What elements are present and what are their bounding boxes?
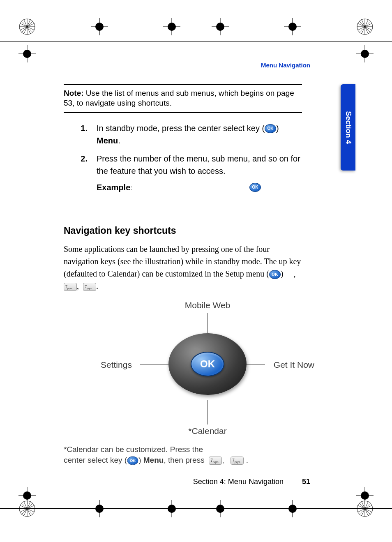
nav-pad: OK — [168, 333, 247, 395]
crop-rule-top — [0, 41, 392, 42]
reg-mark-target-icon — [18, 45, 36, 62]
reg-mark-center-pair — [163, 18, 229, 35]
key-7-icon: 7pqrs — [231, 457, 244, 465]
steps-list: 1. In standby mode, press the center sel… — [64, 122, 302, 177]
step-body: In standby mode, press the center select… — [97, 122, 302, 147]
reg-mark-center-pair — [163, 500, 229, 517]
svg-point-59 — [217, 505, 224, 513]
connector-line — [208, 400, 208, 424]
body-paragraph: Some applications can be launched by pre… — [64, 243, 306, 292]
footer-text: Section 4: Menu Navigation — [193, 477, 284, 486]
ok-key-icon: OK — [269, 270, 281, 279]
reg-mark-starburst-icon — [356, 18, 374, 35]
reg-mark-target-icon — [91, 18, 108, 35]
nav-label-left: Settings — [101, 360, 132, 370]
side-reg-marks-upper — [0, 45, 392, 62]
svg-point-56 — [168, 505, 176, 513]
reg-mark-target-icon — [91, 500, 108, 517]
nav-label-right: Get It Now — [274, 360, 314, 370]
ok-key-icon: OK — [249, 183, 261, 192]
svg-point-20 — [289, 23, 297, 31]
key-7-icon: 7pqrs — [83, 283, 96, 291]
example-label: Example: — [97, 183, 132, 192]
page-number: 51 — [302, 477, 310, 486]
key-7-icon: 7pqrs — [64, 283, 77, 291]
nav-label-up: Mobile Web — [185, 300, 231, 310]
page-content: Menu Navigation Section 4 Note: Use the … — [64, 62, 351, 466]
step-body: Press the number of the menu, sub menu, … — [97, 152, 302, 177]
svg-point-35 — [361, 50, 369, 58]
step-2: 2. Press the number of the menu, sub men… — [64, 152, 302, 177]
svg-point-62 — [289, 505, 297, 513]
nav-key-illustration: Mobile Web Settings Get It Now *Calendar… — [101, 300, 314, 436]
example-row: Example: OK — [64, 183, 261, 192]
nav-label-down: *Calendar — [188, 426, 226, 436]
running-head: Menu Navigation — [261, 62, 310, 69]
step-number: 1. — [64, 122, 97, 147]
subheading: Navigation key shortcuts — [64, 225, 351, 236]
reg-mark-target-icon — [284, 500, 301, 517]
svg-point-11 — [96, 23, 104, 31]
reg-mark-target-icon — [284, 18, 301, 35]
svg-point-53 — [96, 505, 104, 513]
ok-button-icon: OK — [191, 352, 224, 376]
svg-point-14 — [168, 23, 176, 31]
connector-line — [208, 313, 208, 333]
connector-line — [140, 364, 168, 364]
reg-mark-starburst-icon — [356, 500, 374, 517]
reg-mark-starburst-icon — [18, 500, 36, 517]
reg-mark-starburst-icon — [18, 18, 36, 35]
ok-key-icon: OK — [265, 124, 276, 133]
key-7-icon: 7pqrs — [209, 457, 222, 465]
svg-point-17 — [217, 23, 224, 31]
nav-pad-ring: OK — [168, 333, 247, 395]
step-number: 2. — [64, 152, 97, 177]
step-1: 1. In standby mode, press the center sel… — [64, 122, 302, 147]
page-footer: Section 4: Menu Navigation 51 — [64, 477, 351, 486]
section-tab-label: Section 4 — [344, 111, 353, 144]
crop-marks-top — [0, 16, 392, 37]
ok-key-icon: OK — [127, 457, 138, 465]
crop-marks-bottom — [0, 498, 392, 519]
section-tab: Section 4 — [341, 84, 355, 171]
note-text: Use the list of menus and sub menus, whi… — [64, 89, 294, 107]
illustration-footnote: *Calendar can be customized. Press the c… — [64, 444, 318, 466]
note-label: Note: — [64, 89, 84, 97]
reg-mark-target-icon — [356, 45, 374, 62]
note-block: Note: Use the list of menus and sub menu… — [64, 84, 302, 113]
svg-point-32 — [23, 50, 31, 58]
